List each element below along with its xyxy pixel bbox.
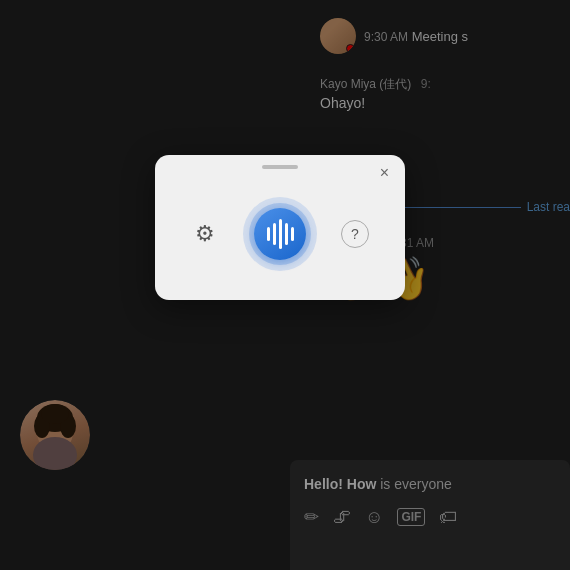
kayo-name-text: Kayo Miya (佳代) <box>320 77 411 91</box>
voice-popup: × ⚙ ? <box>155 155 405 300</box>
drag-handle[interactable] <box>262 165 298 169</box>
bottom-user-avatar <box>20 400 90 470</box>
voice-main-button[interactable] <box>254 208 306 260</box>
bottom-avatar-face <box>20 400 90 470</box>
attach-icon[interactable]: 🖇 <box>333 507 351 528</box>
format-icon[interactable]: ✏ <box>304 506 319 528</box>
voice-bar-4 <box>285 223 288 245</box>
kayo-message-text: Ohayo! <box>320 95 560 111</box>
message-time-top: 9:30 AM <box>364 30 408 44</box>
sticker-icon[interactable]: 🏷 <box>439 507 457 528</box>
chat-input-area: Hello! How is everyone ✏ 🖇 ☺ GIF 🏷 <box>290 460 570 570</box>
popup-controls: ⚙ ? <box>191 197 369 271</box>
chat-input-rest: is everyone <box>380 476 452 492</box>
voice-button-wrapper <box>243 197 317 271</box>
chat-input-bold: Hello! How <box>304 476 376 492</box>
close-button[interactable]: × <box>376 163 393 183</box>
message-content-top: 9:30 AM Meeting s <box>364 29 468 44</box>
voice-bar-5 <box>291 227 294 241</box>
kayo-sender: Kayo Miya (佳代) 9: <box>320 76 560 93</box>
voice-bar-3 <box>279 219 282 249</box>
emoji-icon[interactable]: ☺ <box>365 507 383 528</box>
settings-button[interactable]: ⚙ <box>191 217 219 251</box>
svg-point-5 <box>41 404 69 424</box>
message-preview: Meeting s <box>412 29 468 44</box>
voice-bar-1 <box>267 227 270 241</box>
gear-icon: ⚙ <box>195 221 215 246</box>
avatar-top <box>320 18 356 54</box>
last-read-label: Last rea <box>527 200 570 214</box>
message-row-kayo: Kayo Miya (佳代) 9: Ohayo! <box>310 70 570 117</box>
message-row-top: 9:30 AM Meeting s <box>310 10 570 62</box>
gif-button[interactable]: GIF <box>397 508 425 526</box>
chat-toolbar: ✏ 🖇 ☺ GIF 🏷 <box>304 506 556 528</box>
voice-bar-2 <box>273 223 276 245</box>
voice-bars <box>267 219 294 249</box>
bottom-avatar-svg <box>20 400 90 470</box>
kayo-time: 9: <box>421 77 431 91</box>
help-button[interactable]: ? <box>341 220 369 248</box>
presence-dot <box>346 44 355 53</box>
chat-input-preview[interactable]: Hello! How is everyone <box>304 472 556 496</box>
